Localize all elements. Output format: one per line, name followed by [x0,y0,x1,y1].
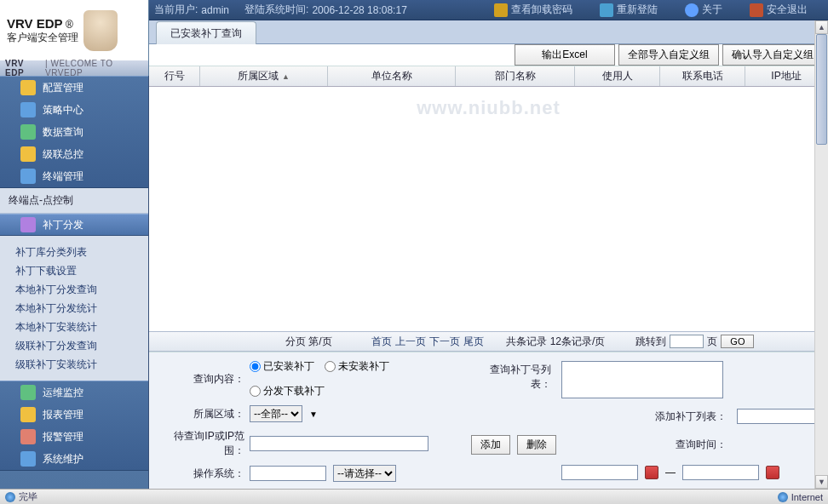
radio-installed[interactable]: 已安装补丁 [250,359,314,374]
input-time-from[interactable] [561,465,638,480]
safe-exit-button[interactable]: 安全退出 [750,3,808,17]
status-bar: 完毕 Internet [0,489,828,504]
pager-page-input[interactable] [670,335,704,348]
tab-bar: 已安装补丁查询 [149,20,828,44]
delete-patch-button[interactable]: 删除 [517,435,556,455]
relogin-button[interactable]: 重新登陆 [600,3,658,17]
calendar-from-icon[interactable] [645,466,658,479]
terminal-icon [20,169,36,184]
pager-go-button[interactable]: GO [721,335,754,348]
pager-page-info: 分页 第/页 [285,335,332,349]
nav-terminal-manage[interactable]: 终端管理 [0,165,148,187]
pager-total: 共条记录 [506,335,547,349]
sublink-local-patch-install-stats[interactable]: 本地补丁安装统计 [0,318,148,336]
pager-page-suffix: 页 [707,335,717,349]
brand-bar-welcome: | WELCOME TO VRVEDP [45,59,148,77]
scroll-down-arrow[interactable]: ▼ [815,475,828,489]
textarea-query-patch-list[interactable] [561,361,723,398]
col-phone[interactable]: 联系电话 [660,66,745,86]
import-all-custom-group-button[interactable]: 全部导入自定义组 [618,44,719,66]
pager-last[interactable]: 尾页 [463,335,484,349]
pager-next[interactable]: 下一页 [429,335,460,349]
monitor-icon [20,385,36,400]
select-os[interactable]: --请选择-- [333,465,396,482]
label-query-patch-list: 查询补丁号列表： [471,359,556,392]
relogin-icon [600,3,613,17]
nav-report-manage[interactable]: 报表管理 [0,404,148,426]
brand-panel: VRV EDP ® 客户端安全管理 VRV EDP | WELCOME TO V… [0,0,149,76]
product-logo-text: VRV EDP [7,16,63,31]
label-query-time: 查询时间： [561,438,732,452]
sublink-local-patch-dist-stats[interactable]: 本地补丁分发统计 [0,299,148,318]
scroll-thumb[interactable] [816,34,827,145]
nav-system-maint[interactable]: 系统维护 [0,448,148,470]
target-icon [20,102,36,117]
area-dropdown-icon[interactable]: ▼ [309,410,318,419]
patch-icon [20,217,36,232]
nav-data-query[interactable]: 数据查询 [0,121,148,143]
input-ip-range[interactable] [250,436,428,451]
watermark-text: www.niubb.net [417,97,561,119]
scroll-up-arrow[interactable]: ▲ [815,20,828,34]
top-header-bar: 当前用户:admin 登陆系统时间:2006-12-28 18:08:17 查看… [149,0,828,20]
nav-policy-center[interactable]: 策略中心 [0,99,148,121]
sublink-cascade-patch-install-stats[interactable]: 级联补丁安装统计 [0,355,148,374]
col-unit-name[interactable]: 单位名称 [328,66,456,86]
table-body-empty: www.niubb.net [149,87,828,331]
input-os[interactable] [250,466,326,481]
current-user-display: 当前用户:admin [154,3,229,17]
col-user[interactable]: 使用人 [575,66,660,86]
product-tagline: 客户端安全管理 [7,31,78,45]
confirm-import-custom-group-button[interactable]: 确认导入自定义组 [722,44,823,66]
info-icon [685,3,699,17]
nav-config-manage[interactable]: 配置管理 [0,77,148,99]
pager-bar: 分页 第/页 首页 上一页 下一页 尾页 共条记录 12条记录/页 跳转到 页 … [149,331,828,352]
nav-alert-manage[interactable]: 报警管理 [0,426,148,448]
vertical-scrollbar[interactable]: ▲ ▼ [814,20,828,489]
add-patch-button[interactable]: 添加 [471,435,510,455]
pager-jump-label: 跳转到 [635,335,666,349]
sublink-local-patch-dist-query[interactable]: 本地补丁分发查询 [0,280,148,299]
section-title-terminal-control: 终端点-点控制 [0,188,148,214]
content-area: 已安装补丁查询 输出Excel 全部导入自定义组 确认导入自定义组 行号 所属区… [149,20,828,489]
radio-not-installed[interactable]: 未安装补丁 [325,359,389,374]
table-header-row: 行号 所属区域▲ 单位名称 部门名称 使用人 联系电话 IP地址 [149,66,828,87]
sublink-patch-download-settings[interactable]: 补丁下载设置 [0,261,148,280]
sort-asc-icon: ▲ [282,72,290,81]
radio-distributed[interactable]: 分发下载补丁 [250,384,325,398]
col-area[interactable]: 所属区域▲ [200,66,328,86]
view-uninstall-password-button[interactable]: 查看卸载密码 [494,3,572,17]
sublink-cascade-patch-dist-query[interactable]: 级联补丁分发查询 [0,336,148,355]
label-os: 操作系统： [156,467,250,481]
chart-icon [20,407,36,422]
page-status-icon [5,492,15,502]
gear-icon [20,451,36,467]
left-sidebar: 配置管理 策略中心 数据查询 级联总控 终端管理 终端点-点控制 补丁分发 补丁… [0,76,149,489]
time-dash: — [665,467,676,478]
select-area[interactable]: --全部-- [250,405,302,422]
export-excel-button[interactable]: 输出Excel [515,44,615,66]
sublink-patch-category-list[interactable]: 补丁库分类列表 [0,243,148,261]
input-time-to[interactable] [682,465,759,480]
mascot-avatar [83,10,118,51]
toolbar-row: 输出Excel 全部导入自定义组 确认导入自定义组 [149,44,828,66]
nav-patch-distribution[interactable]: 补丁分发 [0,214,148,236]
calendar-to-icon[interactable] [766,466,779,479]
nav-ops-monitor[interactable]: 运维监控 [0,381,148,404]
about-button[interactable]: 关于 [685,3,722,17]
pager-first[interactable]: 首页 [371,335,392,349]
zone-globe-icon [778,492,788,502]
login-time-display: 登陆系统时间:2006-12-28 18:08:17 [244,3,407,17]
search-icon [20,124,36,140]
brand-bar-name: VRV EDP [5,59,43,77]
label-ip-range: 待查询IP或IP范围： [156,429,250,458]
pager-prev[interactable]: 上一页 [395,335,426,349]
tab-installed-patch-query[interactable]: 已安装补丁查询 [156,21,256,44]
label-add-patch-list: 添加补丁列表： [561,410,732,424]
col-dept-name[interactable]: 部门名称 [456,66,575,86]
col-row-number[interactable]: 行号 [149,66,200,86]
cascade-icon [20,146,36,162]
nav-cascade-control[interactable]: 级联总控 [0,143,148,165]
label-area: 所属区域： [156,407,250,421]
exit-icon [750,3,763,17]
